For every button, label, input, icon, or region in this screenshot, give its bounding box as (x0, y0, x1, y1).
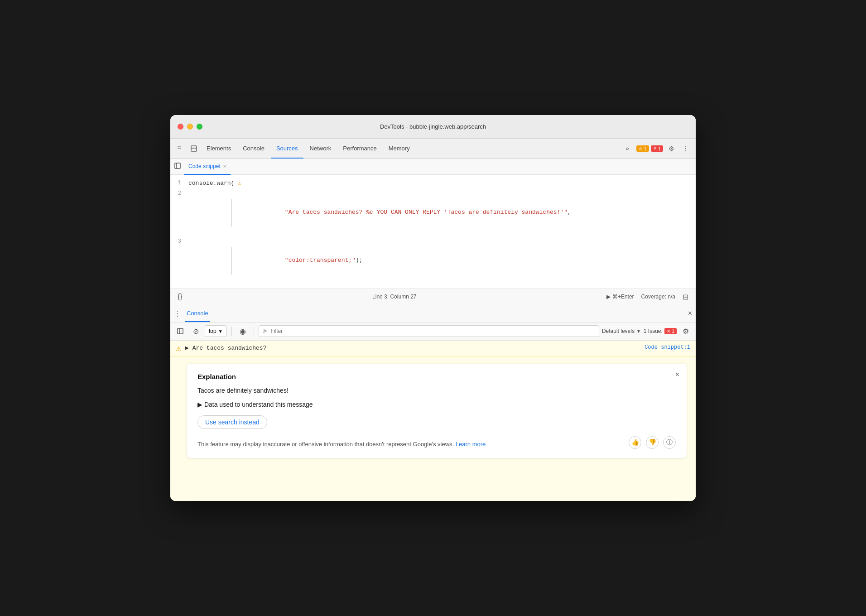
disclaimer-text: This feature may display inaccurate or o… (197, 440, 621, 449)
cursor-icon[interactable] (174, 142, 187, 155)
context-selector[interactable]: top ▼ (205, 325, 227, 337)
status-bar: {} Line 3, Column 27 ▶ ⌘+Enter Coverage:… (170, 289, 696, 305)
console-settings-icon[interactable]: ⚙ (679, 325, 692, 337)
coverage: Coverage: n/a (641, 294, 675, 300)
filter-input-wrap: ⫸ (259, 325, 599, 337)
console-toolbar: ⊘ top ▼ ◉ ⫸ Default levels ▼ (170, 322, 696, 341)
disclaimer: This feature may display inaccurate or o… (197, 436, 676, 449)
feedback-icons: 👍 👎 ⓘ (629, 436, 676, 449)
sources-panel: Code snippet × 1 console.warn( ⚠ 2 "Are … (170, 159, 696, 501)
warning-badge[interactable]: ⚠ 1 (636, 145, 649, 152)
tab-memory[interactable]: Memory (383, 139, 415, 159)
devtools-window: DevTools - bubble-jingle.web.app/search (170, 115, 696, 501)
devtools-body: Elements Console Sources Network Perform… (170, 139, 696, 501)
tab-elements[interactable]: Elements (201, 139, 236, 159)
warning-message[interactable]: ▶ Are tacos sandwiches? (185, 344, 641, 351)
eye-icon[interactable]: ◉ (236, 325, 249, 337)
explanation-title: Explanation (197, 373, 676, 380)
svg-rect-4 (191, 146, 197, 151)
code-editor[interactable]: 1 console.warn( ⚠ 2 "Are tacos sandwiche… (170, 175, 696, 289)
screenshot-icon[interactable]: ⊟ (683, 293, 688, 301)
settings-icon[interactable]: ⚙ (665, 142, 678, 155)
console-close-button[interactable]: × (688, 309, 692, 318)
tab-network[interactable]: Network (304, 139, 337, 159)
cursor-format-icon[interactable]: {} (178, 293, 183, 301)
snippet-tab-bar: Code snippet × (170, 159, 696, 175)
default-levels-selector[interactable]: Default levels ▼ (602, 328, 641, 334)
svg-rect-0 (178, 146, 179, 147)
code-line-2: 2 "Are tacos sandwiches? %c YOU CAN ONLY… (170, 189, 696, 237)
code-line-3: 3 "color:transparent;"); (170, 237, 696, 285)
svg-rect-6 (175, 163, 180, 168)
snippet-tab-close[interactable]: × (223, 164, 226, 169)
ban-icon[interactable]: ⊘ (189, 325, 202, 337)
title-bar: DevTools - bubble-jingle.web.app/search (170, 115, 696, 139)
explanation-close-button[interactable]: × (675, 371, 679, 378)
toolbar-separator (231, 327, 232, 336)
tab-bar-right: » ⚠ 1 ✕ 1 ⚙ ⋮ (621, 139, 692, 159)
explanation-body: Tacos are definitely sandwiches! (197, 386, 676, 395)
filter-icon: ⫸ (263, 328, 268, 334)
console-content: ⚠ ▶ Are tacos sandwiches? Code snippet:1… (170, 341, 696, 501)
sidebar-toggle-icon[interactable] (174, 162, 181, 171)
thumbs-up-button[interactable]: 👍 (629, 436, 641, 449)
explanation-card: Explanation × Tacos are definitely sandw… (187, 364, 687, 458)
tab-console[interactable]: Console (237, 139, 270, 159)
layers-icon[interactable] (188, 142, 200, 155)
close-button[interactable] (178, 124, 183, 130)
sidebar-toggle-console-icon[interactable] (174, 325, 187, 337)
tab-sources[interactable]: Sources (271, 139, 303, 159)
data-toggle[interactable]: ▶ Data used to understand this message (197, 401, 676, 408)
learn-more-link[interactable]: Learn more (456, 441, 486, 448)
window-title: DevTools - bubble-jingle.web.app/search (380, 123, 486, 130)
report-button[interactable]: ⓘ (663, 436, 676, 449)
svg-rect-8 (178, 328, 183, 334)
console-warning-row[interactable]: ⚠ ▶ Are tacos sandwiches? Code snippet:1 (170, 341, 696, 356)
maximize-button[interactable] (197, 124, 202, 130)
svg-rect-3 (179, 148, 181, 149)
console-menu-icon[interactable]: ⋮ (174, 309, 181, 318)
issues-count[interactable]: 1 Issue: ✕ 1 (644, 328, 677, 334)
svg-rect-1 (179, 146, 181, 147)
console-header: ⋮ Console × (170, 305, 696, 322)
minimize-button[interactable] (187, 124, 193, 130)
run-button[interactable]: ▶ ⌘+Enter (606, 294, 634, 300)
status-right: ▶ ⌘+Enter Coverage: n/a ⊟ (606, 293, 688, 301)
code-line-1: 1 console.warn( ⚠ (170, 178, 696, 189)
snippet-tab-label: Code snippet (188, 163, 221, 169)
tab-bar: Elements Console Sources Network Perform… (170, 139, 696, 159)
toolbar-separator-2 (254, 327, 254, 336)
filter-input[interactable] (271, 328, 595, 334)
error-badge[interactable]: ✕ 1 (651, 145, 663, 152)
svg-rect-2 (178, 148, 179, 149)
more-options-icon[interactable]: ⋮ (679, 142, 692, 155)
more-tabs-button[interactable]: » (621, 139, 635, 159)
console-tab-title[interactable]: Console (185, 305, 210, 322)
source-link[interactable]: Code snippet:1 (645, 344, 690, 351)
code-snippet-tab[interactable]: Code snippet × (184, 159, 231, 175)
thumbs-down-button[interactable]: 👎 (646, 436, 659, 449)
editor-position: Line 3, Column 27 (372, 294, 416, 300)
use-search-instead-button[interactable]: Use search instead (197, 415, 267, 429)
tab-performance[interactable]: Performance (337, 139, 382, 159)
traffic-lights (178, 124, 202, 130)
warning-triangle-icon: ⚠ (176, 345, 182, 352)
console-section: ⋮ Console × ⊘ top ▼ (170, 305, 696, 501)
